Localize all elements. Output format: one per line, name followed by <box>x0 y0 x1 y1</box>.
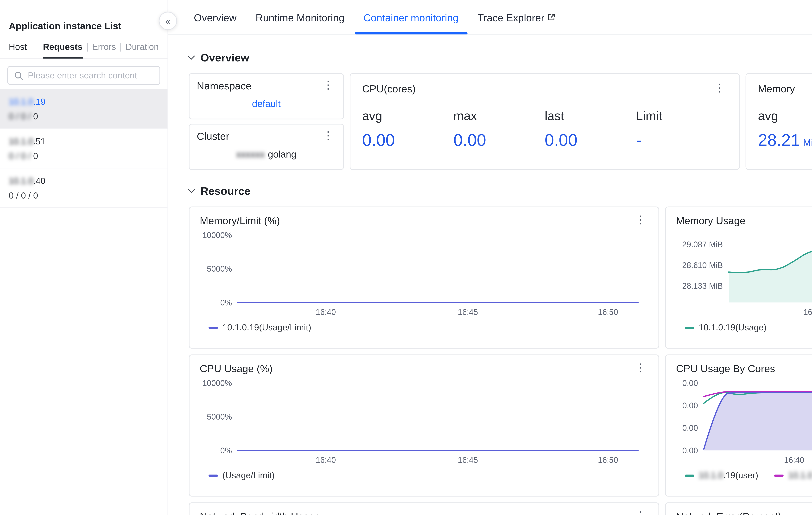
tab-label: Container monitoring <box>364 11 459 23</box>
namespace-card: Namespace ⋮ default <box>189 73 344 119</box>
legend-item[interactable]: (Usage/Limit) <box>208 470 274 480</box>
sidebar-collapse-button[interactable]: « <box>159 12 177 30</box>
instance-counts-clear: 0 / 0 / 0 <box>9 190 38 200</box>
tab-label: Runtime Monitoring <box>256 11 344 23</box>
stat-label: Limit <box>636 109 727 124</box>
instance-ip-blurred: 10.1.0 <box>9 176 33 186</box>
legend-item[interactable]: 10.1.0.19(user) <box>685 470 758 480</box>
tab-requests[interactable]: Requests <box>43 42 82 52</box>
legend-dash <box>774 474 784 477</box>
svg-text:16:40: 16:40 <box>316 307 336 317</box>
svg-text:16:45: 16:45 <box>458 307 478 317</box>
legend-dash <box>685 474 694 477</box>
section-title: Overview <box>200 51 249 64</box>
tab-label: Overview <box>194 11 237 23</box>
kebab-menu-icon[interactable]: ⋮ <box>633 511 648 515</box>
svg-text:16:50: 16:50 <box>598 456 618 465</box>
tab-runtime-monitoring[interactable]: Runtime Monitoring <box>256 0 344 34</box>
svg-text:0.00: 0.00 <box>682 424 698 433</box>
chart-title: Memory Usage <box>676 215 746 226</box>
stat-value: 0.00 <box>454 130 486 150</box>
svg-text:10000%: 10000% <box>202 231 232 240</box>
card-title: Memory <box>758 83 795 94</box>
cluster-value-clear: -golang <box>265 149 296 160</box>
chart-legend: (Usage/Limit) <box>200 470 648 480</box>
instance-list: 10.1.0.19 0 / 0 / 0 10.1.0.51 0 / 0 / 0 … <box>0 89 168 515</box>
legend-label-blurred: 10.1.0 <box>699 470 723 480</box>
legend-item[interactable]: 10.1.0.19(Usage) <box>685 322 766 332</box>
overview-cards-row: Namespace ⋮ default Cluster ⋮ xxxxxx-gol… <box>189 73 812 170</box>
instance-item[interactable]: 10.1.0.19 0 / 0 / 0 <box>0 89 168 129</box>
namespace-cluster-column: Namespace ⋮ default Cluster ⋮ xxxxxx-gol… <box>189 73 344 170</box>
tab-errors[interactable]: Errors <box>92 42 116 52</box>
overview-section-header[interactable]: Overview <box>189 51 812 64</box>
instance-ip: 10.1.0.40 <box>9 176 159 186</box>
stat-label: last <box>545 109 636 124</box>
instance-counts: 0 / 0 / 0 <box>9 190 159 200</box>
resource-charts-grid: Memory/Limit (%) ⋮ 10000%5000%0%16:4016:… <box>189 207 812 496</box>
instance-ip-clear: .40 <box>33 176 45 186</box>
instance-ip-blurred: 10.1.0 <box>9 97 33 107</box>
kebab-menu-icon[interactable]: ⋮ <box>712 83 727 93</box>
instance-counts-blurred: 0 / 0 / <box>9 151 31 161</box>
instance-item[interactable]: 10.1.0.51 0 / 0 / 0 <box>0 129 168 168</box>
chart-legend: 10.1.0.19(Usage) <box>676 322 812 332</box>
svg-text:0%: 0% <box>220 446 232 455</box>
app-viewport: Application instance List Host Requests … <box>0 0 812 515</box>
search-box <box>7 66 160 85</box>
network-cards-row: Network Bandwidth Usage ⋮ Network Error(… <box>189 502 812 515</box>
collapse-icon: « <box>166 16 170 26</box>
chart-title: Network Error(Percent) <box>676 511 781 515</box>
kebab-menu-icon[interactable]: ⋮ <box>633 215 648 225</box>
kebab-menu-icon[interactable]: ⋮ <box>320 80 336 90</box>
network-error-card: Network Error(Percent) ⋮ <box>665 502 812 515</box>
search-input[interactable] <box>28 70 154 80</box>
stat-last: last 0.00 <box>545 109 636 150</box>
sidebar-title: Application instance List <box>0 0 168 42</box>
memory-card: Memory ⋮ avg 28.21MiB max 28.96MiB <box>746 73 812 170</box>
instance-counts-blurred: 0 / 0 / <box>9 111 31 121</box>
stat-label: avg <box>362 109 454 124</box>
legend-item[interactable]: 10.1.0.19(system) <box>774 470 812 480</box>
instance-counts-clear: 0 <box>31 111 38 121</box>
svg-text:28.133 MiB: 28.133 MiB <box>682 281 723 291</box>
tab-host[interactable]: Host <box>9 42 27 52</box>
memory-usage-chart-card: Memory Usage ⋮ 29.087 MiB28.610 MiB28.13… <box>665 207 812 349</box>
instance-counts-clear: 0 <box>31 151 38 161</box>
instance-ip-blurred: 10.1.0 <box>9 136 33 146</box>
svg-text:5000%: 5000% <box>207 264 232 273</box>
section-title: Resource <box>200 185 251 197</box>
memory-stats-row: avg 28.21MiB max 28.96MiB last 28.30MiB <box>758 109 812 150</box>
legend-dash <box>685 326 694 328</box>
kebab-menu-icon[interactable]: ⋮ <box>320 130 336 141</box>
tab-overview[interactable]: Overview <box>194 0 237 34</box>
legend-dash <box>208 474 218 477</box>
stat-unit: MiB <box>803 137 812 148</box>
namespace-value[interactable]: default <box>197 98 336 109</box>
tab-separator: | <box>120 42 122 52</box>
tab-container-monitoring[interactable]: Container monitoring <box>364 0 459 34</box>
svg-text:16:40: 16:40 <box>803 307 812 317</box>
chart-title: Network Bandwidth Usage <box>200 511 320 515</box>
legend-item[interactable]: 10.1.0.19(Usage/Limit) <box>208 322 311 332</box>
instance-item[interactable]: 10.1.0.40 0 / 0 / 0 <box>0 168 168 208</box>
stat-value: 0.00 <box>545 130 578 150</box>
kebab-menu-icon[interactable]: ⋮ <box>633 362 648 373</box>
memory-limit-chart-card: Memory/Limit (%) ⋮ 10000%5000%0%16:4016:… <box>189 207 659 349</box>
cpu-by-cores-chart-card: CPU Usage By Cores ⋮ 0.000.000.000.0016:… <box>665 354 812 496</box>
tab-duration[interactable]: Duration <box>125 42 159 52</box>
sidebar-tabs: Host Requests | Errors | Duration <box>0 42 168 59</box>
svg-text:0%: 0% <box>220 298 232 307</box>
chart-legend: 10.1.0.19(user)10.1.0.19(system)10.1.0.1… <box>676 470 812 480</box>
svg-text:0.00: 0.00 <box>682 446 698 455</box>
stat-value: 28.21 <box>758 130 800 150</box>
content-area: Overview Namespace ⋮ default Cluster <box>168 35 812 515</box>
svg-text:16:50: 16:50 <box>598 307 618 317</box>
cluster-card: Cluster ⋮ xxxxxx-golang <box>189 124 344 170</box>
card-title: Namespace <box>197 80 252 91</box>
stat-label: avg <box>758 109 812 124</box>
tab-trace-explorer[interactable]: Trace Explorer <box>477 0 555 34</box>
cluster-value-blurred: xxxxxx <box>236 149 265 160</box>
resource-section-header[interactable]: Resource <box>189 185 812 197</box>
cpu-cores-card: CPU(cores) ⋮ avg 0.00 max 0.00 <box>350 73 740 170</box>
